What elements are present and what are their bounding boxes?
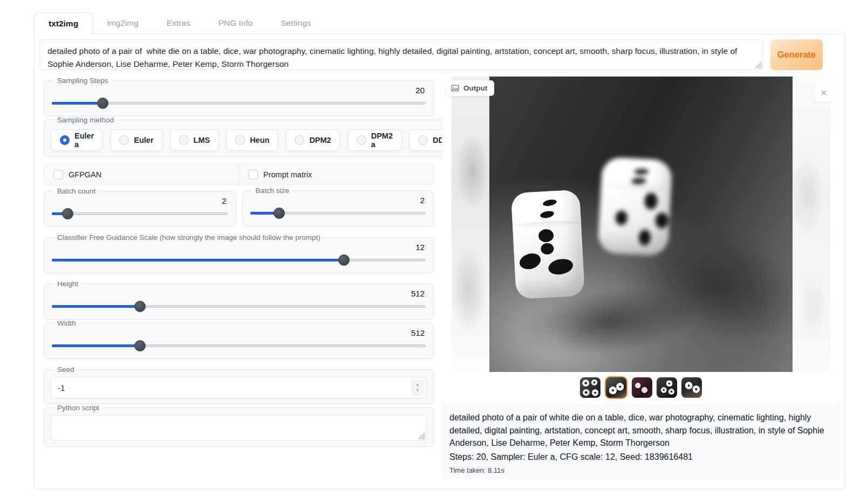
width-value: 512	[51, 328, 425, 338]
app-window: txt2img img2img Extras PNG Info Settings…	[34, 12, 845, 489]
prompt-row: detailed photo of a pair of white die on…	[39, 39, 840, 70]
image-icon	[451, 84, 459, 92]
slider-track[interactable]	[52, 212, 228, 215]
die-right	[597, 157, 672, 257]
tab-extras[interactable]: Extras	[153, 12, 204, 34]
height-value: 512	[51, 289, 425, 299]
tab-settings[interactable]: Settings	[267, 12, 325, 34]
dice-photo	[489, 77, 793, 372]
radio-icon	[179, 135, 189, 145]
sampling-steps-value: 20	[51, 86, 425, 95]
tab-png-info[interactable]: PNG Info	[204, 12, 267, 34]
output-label-text: Output	[463, 84, 487, 92]
python-script-label: Python script	[54, 404, 103, 412]
radio-heun[interactable]: Heun	[226, 129, 278, 151]
radio-label: DPM2	[309, 136, 331, 144]
seed-label: Seed	[54, 365, 78, 374]
slider-thumb[interactable]	[134, 301, 146, 312]
generated-image[interactable]	[442, 77, 840, 372]
txt2img-panel: detailed photo of a pair of white die on…	[34, 34, 845, 489]
prompt-matrix-label: Prompt matrix	[263, 170, 312, 179]
caption-time-taken: Time taken: 8.11s	[449, 465, 832, 475]
radio-dpm2[interactable]: DPM2	[285, 129, 340, 151]
checkbox-icon	[53, 170, 63, 179]
radio-label: DPM2 a	[371, 132, 393, 149]
seed-group: Seed ∧∨	[44, 365, 434, 404]
gallery-edge-right	[793, 77, 830, 372]
settings-column: Sampling Steps 20 Sampling method Euler …	[44, 77, 434, 447]
prompt-matrix-checkbox[interactable]: Prompt matrix	[238, 164, 433, 185]
gallery-thumbnail-3[interactable]	[632, 377, 652, 398]
close-icon[interactable]: ✕	[815, 84, 833, 102]
batch-count-group: Batch count 2	[44, 187, 236, 227]
tab-bar: txt2img img2img Extras PNG Info Settings	[34, 12, 845, 34]
sampling-steps-label: Sampling Steps	[54, 77, 112, 85]
cfg-scale-label: Classifier Free Guidance Scale (how stro…	[54, 233, 324, 241]
radio-icon	[295, 135, 304, 145]
slider-thumb[interactable]	[97, 98, 108, 109]
slider-thumb[interactable]	[338, 254, 350, 266]
slider-fill	[52, 344, 140, 347]
sampling-method-label: Sampling method	[54, 116, 117, 124]
width-slider[interactable]	[52, 340, 426, 352]
batch-size-value: 2	[249, 196, 425, 205]
radio-label: Euler a	[74, 132, 94, 149]
radio-label: Heun	[250, 136, 269, 144]
sampling-steps-slider[interactable]	[52, 98, 426, 109]
radio-label: LMS	[194, 136, 210, 144]
feature-toggles: GFPGAN Prompt matrix	[44, 163, 434, 185]
gallery-thumbnail-4[interactable]	[657, 377, 677, 398]
radio-icon	[235, 135, 245, 145]
height-slider[interactable]	[52, 301, 426, 313]
generation-info: detailed photo of a pair of white die on…	[442, 404, 840, 475]
seed-input[interactable]	[51, 377, 427, 398]
output-column: Output ✕	[442, 77, 840, 480]
seed-stepper[interactable]: ∧∨	[411, 379, 424, 396]
batch-size-group: Batch size 2	[242, 187, 434, 227]
radio-label: Euler	[134, 136, 153, 144]
tab-img2img[interactable]: img2img	[93, 12, 153, 34]
prompt-input[interactable]: detailed photo of a pair of white die on…	[39, 39, 763, 70]
caption-prompt: detailed photo of a pair of white die on…	[449, 411, 832, 450]
cfg-scale-value: 12	[51, 243, 425, 252]
slider-thumb[interactable]	[62, 208, 73, 219]
width-label: Width	[54, 319, 79, 327]
batch-size-label: Batch size	[252, 187, 292, 195]
python-script-input[interactable]	[51, 415, 427, 441]
generate-button[interactable]: Generate	[770, 39, 823, 70]
checkbox-icon	[248, 170, 258, 179]
gfpgan-checkbox[interactable]: GFPGAN	[44, 164, 238, 185]
die-left	[511, 190, 585, 299]
gallery-thumbnail-2-selected[interactable]	[605, 376, 627, 399]
slider-fill	[52, 305, 140, 308]
height-group: Height 512	[44, 280, 434, 320]
sampling-steps-group: Sampling Steps 20	[44, 77, 434, 116]
radio-lms[interactable]: LMS	[170, 129, 220, 151]
resize-handle-icon[interactable]	[755, 62, 762, 68]
cfg-scale-group: Classifier Free Guidance Scale (how stro…	[44, 233, 434, 273]
radio-icon	[357, 135, 366, 145]
gfpgan-label: GFPGAN	[69, 170, 101, 179]
radio-euler-a[interactable]: Euler a	[51, 129, 103, 151]
cfg-scale-slider[interactable]	[52, 254, 426, 266]
batch-size-slider[interactable]	[250, 208, 426, 219]
resize-handle-icon[interactable]	[419, 433, 425, 439]
batch-count-label: Batch count	[54, 187, 99, 195]
slider-thumb[interactable]	[134, 340, 146, 351]
slider-thumb[interactable]	[274, 208, 285, 219]
slider-fill	[52, 259, 344, 261]
batch-count-value: 2	[51, 196, 227, 206]
gallery-edge-left	[452, 77, 489, 372]
width-group: Width 512	[44, 319, 434, 359]
batch-count-slider[interactable]	[52, 208, 228, 220]
output-panel-label: Output	[446, 80, 494, 96]
radio-euler[interactable]: Euler	[110, 129, 162, 151]
gallery-thumbnail-5[interactable]	[681, 377, 702, 398]
height-label: Height	[54, 280, 81, 288]
python-script-group: Python script	[44, 404, 434, 447]
caption-params: Steps: 20, Sampler: Euler a, CFG scale: …	[449, 451, 832, 464]
gallery-thumbnail-1[interactable]	[580, 377, 600, 398]
radio-dpm2-a[interactable]: DPM2 a	[347, 129, 402, 151]
tab-txt2img[interactable]: txt2img	[34, 12, 93, 34]
radio-icon	[418, 135, 428, 145]
